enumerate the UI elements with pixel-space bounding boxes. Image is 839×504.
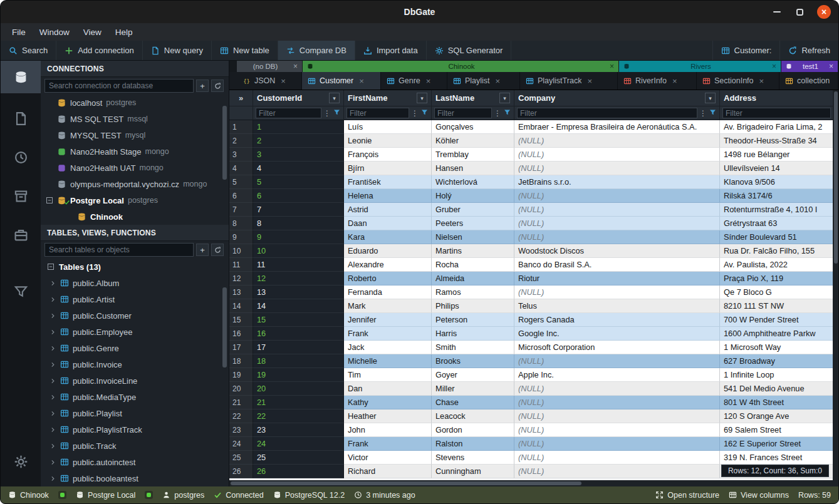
cell-lastname[interactable]: Rocha bbox=[432, 258, 514, 272]
toolbar-button-import-data[interactable]: Import data bbox=[355, 41, 427, 60]
toolbar-button-refresh[interactable]: Refresh bbox=[779, 41, 838, 60]
database-tab-test1[interactable]: test1× bbox=[781, 61, 838, 72]
chevron-down-icon[interactable]: ▾ bbox=[499, 93, 510, 103]
cell-lastname[interactable]: Philips bbox=[432, 299, 514, 313]
cell-customerid[interactable]: 23 bbox=[253, 423, 344, 437]
cell-customerid[interactable]: 26 bbox=[253, 465, 344, 478]
cell-customerid[interactable]: 25 bbox=[253, 451, 344, 465]
row-number-cell[interactable]: 1 bbox=[229, 120, 253, 134]
cell-company[interactable]: Rogers Canada bbox=[514, 313, 720, 327]
cell-firstname[interactable]: Frank bbox=[344, 327, 432, 341]
strip-button-filter[interactable] bbox=[1, 275, 41, 307]
cell-firstname[interactable]: Helena bbox=[344, 189, 432, 203]
connection-item[interactable]: Chinook bbox=[41, 208, 229, 225]
row-number-cell[interactable]: 6 bbox=[229, 189, 253, 203]
cell-lastname[interactable]: Peeters bbox=[432, 217, 514, 230]
cell-firstname[interactable]: Dan bbox=[344, 382, 432, 396]
cell-lastname[interactable]: Gordon bbox=[432, 423, 514, 437]
toolbar-button-sql-generator[interactable]: SQL Generator bbox=[427, 41, 512, 60]
strip-button-settings[interactable] bbox=[1, 445, 41, 478]
cell-address[interactable]: Grétrystraat 63 bbox=[720, 217, 834, 230]
statusbar-item-postgres[interactable]: postgres bbox=[162, 491, 204, 500]
strip-button-database[interactable] bbox=[1, 61, 41, 93]
row-number-cell[interactable]: 4 bbox=[229, 162, 253, 175]
row-number-cell[interactable]: 3 bbox=[229, 148, 253, 162]
cell-firstname[interactable]: Fernanda bbox=[344, 285, 432, 299]
chevron-down-icon[interactable]: ▾ bbox=[417, 93, 427, 103]
cell-firstname[interactable]: Jennifer bbox=[344, 313, 432, 327]
table-list-item[interactable]: public.InvoiceLine bbox=[41, 373, 229, 389]
cell-address[interactable]: Av. Paulista, 2022 bbox=[720, 258, 834, 272]
close-icon[interactable]: × bbox=[772, 62, 776, 71]
close-icon[interactable]: × bbox=[426, 76, 431, 86]
cell-lastname[interactable]: Almeida bbox=[432, 272, 514, 285]
row-number-cell[interactable]: 11 bbox=[229, 258, 253, 272]
chevron-right-icon[interactable] bbox=[50, 426, 56, 433]
cell-address[interactable]: 8210 111 ST NW bbox=[720, 299, 834, 313]
row-number-cell[interactable]: 9 bbox=[229, 230, 253, 244]
cell-company[interactable]: (NULL) bbox=[514, 354, 720, 368]
statusbar-item-postgre-local[interactable]: Postgre Local bbox=[76, 491, 135, 500]
row-number-cell[interactable]: 8 bbox=[229, 217, 253, 230]
cell-address[interactable]: 162 E Superior Street bbox=[720, 437, 834, 451]
row-number-cell[interactable]: 26 bbox=[229, 465, 253, 478]
cell-firstname[interactable]: Michelle bbox=[344, 354, 432, 368]
cell-address[interactable]: 700 W Pender Street bbox=[720, 313, 834, 327]
filter-input-lastname[interactable] bbox=[434, 108, 492, 118]
cell-customerid[interactable]: 14 bbox=[253, 299, 344, 313]
cell-company[interactable]: (NULL) bbox=[514, 230, 720, 244]
cell-address[interactable]: 1498 rue Bélanger bbox=[720, 148, 834, 162]
vertical-scrollbar[interactable] bbox=[833, 90, 838, 480]
statusbar-item-3-minutes-ago[interactable]: 3 minutes ago bbox=[354, 491, 415, 500]
strip-button-archive[interactable] bbox=[1, 180, 41, 212]
cell-firstname[interactable]: Luís bbox=[344, 120, 432, 134]
cell-customerid[interactable]: 10 bbox=[253, 244, 344, 258]
row-number-cell[interactable]: 5 bbox=[229, 175, 253, 189]
filter-input-customerid[interactable] bbox=[256, 108, 321, 118]
toolbar-button-search[interactable]: Search bbox=[1, 41, 56, 60]
cell-address[interactable]: 1 Infinite Loop bbox=[720, 368, 834, 382]
row-number-cell[interactable]: 18 bbox=[229, 354, 253, 368]
column-header-lastname[interactable]: LastName▾ bbox=[432, 90, 514, 106]
cell-lastname[interactable]: Gruber bbox=[432, 203, 514, 217]
cell-customerid[interactable]: 16 bbox=[253, 327, 344, 341]
toolbar-button-new-query[interactable]: New query bbox=[143, 41, 212, 60]
chevron-right-icon[interactable] bbox=[50, 378, 56, 384]
cell-firstname[interactable]: Frank bbox=[344, 437, 432, 451]
cell-address[interactable]: 69 Salem Street bbox=[720, 423, 834, 437]
connection-item[interactable]: Postgre Localpostgres bbox=[41, 192, 229, 208]
chevron-right-icon[interactable] bbox=[50, 345, 56, 352]
chevron-right-icon[interactable] bbox=[50, 361, 56, 368]
table-list-item[interactable]: public.Track bbox=[41, 438, 229, 454]
strip-button-file[interactable] bbox=[1, 102, 41, 135]
statusbar-item-chinook[interactable]: Chinook bbox=[8, 491, 49, 500]
cell-company[interactable]: (NULL) bbox=[514, 423, 720, 437]
cell-lastname[interactable]: Tremblay bbox=[432, 148, 514, 162]
close-icon[interactable]: × bbox=[293, 62, 298, 71]
chevron-right-icon[interactable] bbox=[50, 410, 56, 417]
cell-lastname[interactable]: Cunningham bbox=[432, 465, 514, 478]
cell-lastname[interactable]: Hansen bbox=[432, 162, 514, 175]
column-header-customerid[interactable]: CustomerId▾ bbox=[253, 90, 344, 106]
cell-lastname[interactable]: Köhler bbox=[432, 134, 514, 148]
cell-company[interactable]: (NULL) bbox=[514, 382, 720, 396]
kebab-menu-icon[interactable]: ⋮ bbox=[494, 110, 501, 117]
cell-firstname[interactable]: František bbox=[344, 175, 432, 189]
cell-address[interactable]: Av. Brigadeiro Faria Lima, 2 bbox=[720, 120, 834, 134]
column-header-firstname[interactable]: FirstName▾ bbox=[344, 90, 432, 106]
close-icon[interactable]: × bbox=[672, 76, 677, 86]
row-number-cell[interactable]: 20 bbox=[229, 382, 253, 396]
close-icon[interactable]: × bbox=[829, 62, 833, 71]
table-list-item[interactable]: public.Genre bbox=[41, 340, 229, 356]
connection-item[interactable]: MS SQL TESTmssql bbox=[41, 111, 229, 127]
table-list-item[interactable]: public.Album bbox=[41, 275, 229, 291]
row-number-cell[interactable]: 17 bbox=[229, 341, 253, 354]
row-number-cell[interactable]: 16 bbox=[229, 327, 253, 341]
cell-customerid[interactable]: 24 bbox=[253, 437, 344, 451]
cell-customerid[interactable]: 15 bbox=[253, 313, 344, 327]
cell-company[interactable]: (NULL) bbox=[514, 465, 720, 478]
database-tab-chinook[interactable]: Chinook× bbox=[303, 61, 618, 72]
database-tab-nodb[interactable]: (no DB)× bbox=[237, 61, 302, 72]
tables-search-input[interactable] bbox=[44, 243, 194, 257]
toolbar-button-current-table[interactable]: Customer: bbox=[712, 41, 780, 60]
